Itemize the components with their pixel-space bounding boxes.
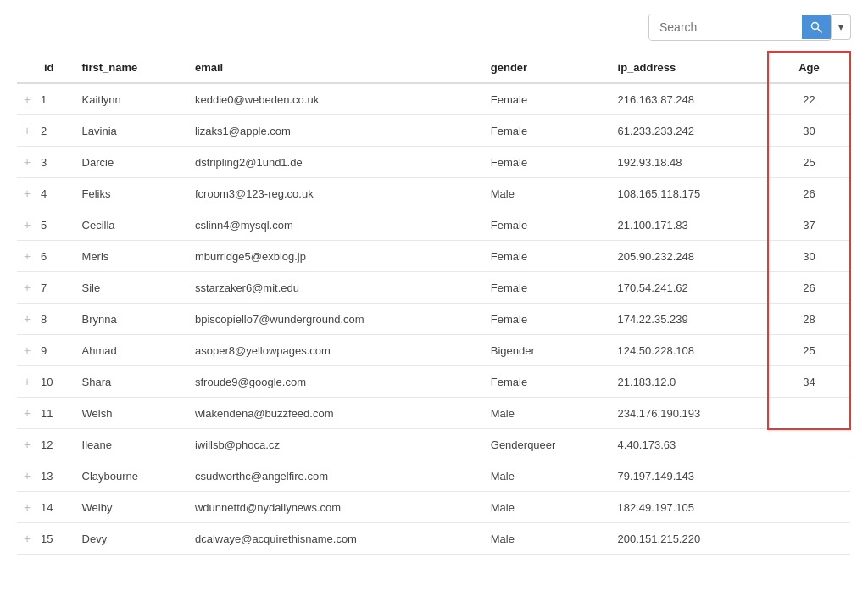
cell-first-name: Meris (75, 241, 188, 272)
cell-ip-address: 124.50.228.108 (611, 335, 768, 366)
table-row: +7Silesstarzaker6@mit.eduFemale170.54.24… (17, 272, 850, 304)
row-plus-icon[interactable]: + (17, 398, 37, 429)
cell-first-name: Welsh (75, 398, 188, 429)
cell-email: asoper8@yellowpages.com (188, 335, 484, 366)
col-header-gender: gender (484, 52, 611, 83)
cell-email: bpiscopiello7@wunderground.com (188, 304, 484, 335)
cell-first-name: Devy (75, 523, 188, 555)
cell-first-name: Brynna (75, 304, 188, 335)
cell-age: 34 (768, 366, 850, 398)
row-plus-icon[interactable]: + (17, 304, 37, 335)
table-row: +11Welshwlakendena@buzzfeed.comMale234.1… (17, 398, 850, 429)
cell-first-name: Lavinia (75, 115, 188, 147)
cell-gender: Male (484, 398, 611, 429)
cell-ip-address: 61.233.233.242 (611, 115, 768, 147)
table-row: +6Merismburridge5@exblog.jpFemale205.90.… (17, 241, 850, 272)
svg-line-1 (818, 29, 822, 33)
table-row: +12Ileaneiwillsb@phoca.czGenderqueer4.40… (17, 429, 850, 460)
cell-gender: Male (484, 460, 611, 492)
col-header-age: Age (768, 52, 850, 83)
cell-first-name: Shara (75, 366, 188, 398)
cell-gender: Female (484, 209, 611, 241)
cell-id: 14 (37, 492, 75, 523)
cell-id: 2 (37, 115, 75, 147)
cell-gender: Female (484, 272, 611, 304)
table-row: +14Welbywdunnettd@nydailynews.comMale182… (17, 492, 850, 523)
table-row: +8Brynnabpiscopiello7@wunderground.comFe… (17, 304, 850, 335)
dropdown-button[interactable]: ▾ (832, 14, 851, 40)
col-header-plus (17, 52, 37, 83)
row-plus-icon[interactable]: + (17, 241, 37, 272)
row-plus-icon[interactable]: + (17, 147, 37, 178)
cell-ip-address: 192.93.18.48 (611, 147, 768, 178)
table-row: +2Lavinializaks1@apple.comFemale61.233.2… (17, 115, 850, 147)
cell-email: dstripling2@1und1.de (188, 147, 484, 178)
data-table: id first_name email gender ip_address Ag… (17, 51, 851, 555)
row-plus-icon[interactable]: + (17, 429, 37, 460)
cell-age: 28 (768, 304, 850, 335)
cell-age: 37 (768, 209, 850, 241)
cell-id: 1 (37, 83, 75, 115)
row-plus-icon[interactable]: + (17, 492, 37, 523)
cell-id: 9 (37, 335, 75, 366)
table-row: +9Ahmadasoper8@yellowpages.comBigender12… (17, 335, 850, 366)
cell-gender: Bigender (484, 335, 611, 366)
row-plus-icon[interactable]: + (17, 366, 37, 398)
row-plus-icon[interactable]: + (17, 272, 37, 304)
cell-email: keddie0@webeden.co.uk (188, 83, 484, 115)
search-button[interactable] (802, 15, 831, 39)
cell-ip-address: 21.183.12.0 (611, 366, 768, 398)
table-row: +1Kaitlynnkeddie0@webeden.co.ukFemale216… (17, 83, 850, 115)
cell-age: 30 (768, 241, 850, 272)
cell-first-name: Sile (75, 272, 188, 304)
cell-age (768, 429, 850, 460)
page-wrapper: ▾ id first_name email gender ip_address … (0, 0, 868, 597)
cell-email: dcalwaye@acquirethisname.com (188, 523, 484, 555)
col-header-first-name: first_name (75, 52, 188, 83)
search-input[interactable] (649, 14, 802, 40)
col-header-id: id (37, 52, 75, 83)
row-plus-icon[interactable]: + (17, 115, 37, 147)
cell-id: 10 (37, 366, 75, 398)
table-header-row: id first_name email gender ip_address Ag… (17, 52, 850, 83)
cell-gender: Female (484, 147, 611, 178)
table-row: +5Cecillacslinn4@mysql.comFemale21.100.1… (17, 209, 850, 241)
cell-age: 22 (768, 83, 850, 115)
cell-email: sfroude9@google.com (188, 366, 484, 398)
cell-id: 13 (37, 460, 75, 492)
cell-first-name: Ileane (75, 429, 188, 460)
cell-gender: Male (484, 178, 611, 209)
cell-ip-address: 182.49.197.105 (611, 492, 768, 523)
row-plus-icon[interactable]: + (17, 83, 37, 115)
cell-first-name: Claybourne (75, 460, 188, 492)
cell-gender: Female (484, 366, 611, 398)
cell-email: csudworthc@angelfire.com (188, 460, 484, 492)
table-row: +13Claybournecsudworthc@angelfire.comMal… (17, 460, 850, 492)
col-header-ip-address: ip_address (611, 52, 768, 83)
cell-first-name: Ahmad (75, 335, 188, 366)
cell-id: 5 (37, 209, 75, 241)
cell-email: iwillsb@phoca.cz (188, 429, 484, 460)
row-plus-icon[interactable]: + (17, 178, 37, 209)
row-plus-icon[interactable]: + (17, 335, 37, 366)
cell-email: wlakendena@buzzfeed.com (188, 398, 484, 429)
cell-gender: Genderqueer (484, 429, 611, 460)
cell-gender: Male (484, 523, 611, 555)
cell-gender: Female (484, 83, 611, 115)
cell-id: 7 (37, 272, 75, 304)
cell-gender: Female (484, 115, 611, 147)
cell-age: 26 (768, 272, 850, 304)
cell-age (768, 523, 850, 555)
cell-email: fcroom3@123-reg.co.uk (188, 178, 484, 209)
cell-id: 4 (37, 178, 75, 209)
cell-email: lizaks1@apple.com (188, 115, 484, 147)
cell-age: 25 (768, 147, 850, 178)
row-plus-icon[interactable]: + (17, 523, 37, 555)
cell-ip-address: 79.197.149.143 (611, 460, 768, 492)
cell-ip-address: 200.151.215.220 (611, 523, 768, 555)
cell-age: 30 (768, 115, 850, 147)
cell-id: 3 (37, 147, 75, 178)
row-plus-icon[interactable]: + (17, 460, 37, 492)
table-row: +4Feliksfcroom3@123-reg.co.ukMale108.165… (17, 178, 850, 209)
row-plus-icon[interactable]: + (17, 209, 37, 241)
